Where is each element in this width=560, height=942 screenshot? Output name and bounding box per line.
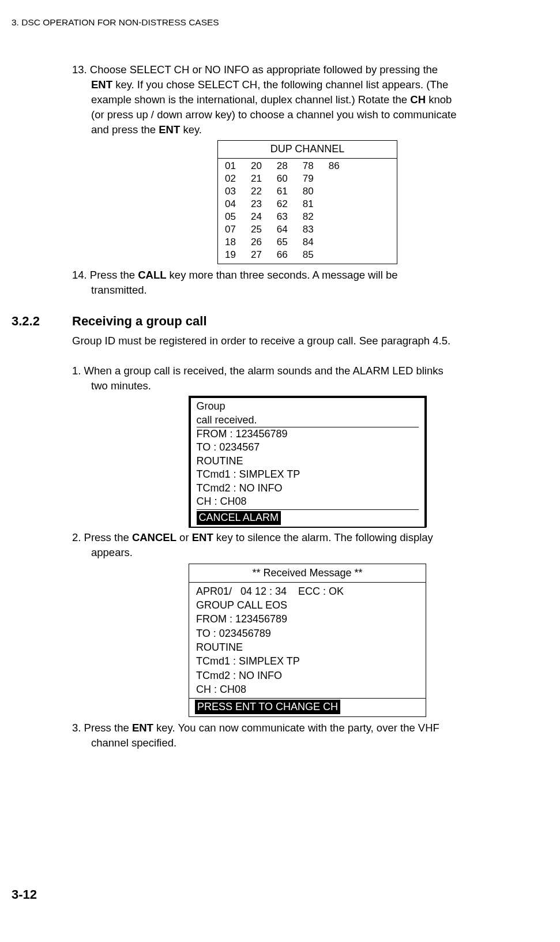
cancel-alarm-button: CANCEL ALARM	[197, 511, 281, 524]
step-number: 3.	[72, 722, 84, 734]
text: key to silence the alarm. The following …	[213, 531, 433, 543]
cell: 63	[277, 211, 288, 223]
cell: 02	[225, 172, 236, 185]
text: transmitted.	[91, 284, 147, 296]
box-line: TCmd1 : SIMPLEX TP	[196, 654, 419, 668]
cell: 20	[251, 160, 262, 172]
cell: 24	[251, 211, 262, 223]
box-line: TCmd2 : NO INFO	[197, 482, 419, 495]
text: key more than three seconds. A message w…	[166, 269, 397, 281]
cell: 26	[251, 236, 262, 249]
cell: 04	[225, 198, 236, 211]
cell: 84	[303, 236, 314, 249]
bold-text: CANCEL	[132, 531, 176, 543]
text: example shown is the international, dupl…	[91, 93, 410, 106]
bold-text: ENT	[192, 531, 213, 543]
cell: 07	[225, 223, 236, 236]
dup-channel-table: DUP CHANNEL 01 02 03 04 05 07 18 19 20 2…	[217, 140, 397, 264]
page-header: 3. DSC OPERATION FOR NON-DISTRESS CASES	[12, 17, 543, 28]
cell: 81	[303, 198, 314, 211]
bold-text: ENT	[159, 123, 180, 136]
received-message-box: ** Received Message ** APR01/ 04 12 : 34…	[189, 564, 426, 718]
cell: 83	[303, 223, 314, 236]
text: Press the	[84, 722, 132, 734]
table-title: DUP CHANNEL	[218, 141, 397, 158]
box-line: GROUP CALL EOS	[196, 598, 419, 612]
box-line: ROUTINE	[197, 455, 419, 468]
cell: 79	[303, 172, 314, 185]
text: or	[176, 531, 192, 543]
cell: 61	[277, 185, 288, 198]
step-2: 2. Press the CANCEL or ENT key to silenc…	[72, 530, 543, 560]
section-intro: Group ID must be registered in order to …	[72, 333, 543, 348]
cell: 01	[225, 160, 236, 172]
box-line: TCmd2 : NO INFO	[196, 669, 419, 682]
cell: 25	[251, 223, 262, 236]
cell: 23	[251, 198, 262, 211]
box-header-line: Group	[197, 400, 419, 413]
box-title: ** Received Message **	[189, 564, 426, 583]
cell: 65	[277, 236, 288, 249]
step-number: 2.	[72, 531, 84, 543]
text: appears.	[91, 546, 133, 558]
box-header-line: call received.	[197, 414, 419, 427]
text: (or press up / down arrow key) to choose…	[91, 108, 456, 121]
box-line: TCmd1 : SIMPLEX TP	[197, 468, 419, 481]
bold-text: CALL	[138, 269, 166, 281]
box-line: ROUTINE	[196, 640, 419, 654]
cell: 62	[277, 198, 288, 211]
cell: 78	[303, 160, 314, 172]
text: When a group call is received, the alarm…	[84, 365, 444, 377]
cell: 19	[225, 249, 236, 261]
bold-text: CH	[410, 93, 426, 106]
text: VHF	[418, 722, 439, 734]
box-line: TO : 023456789	[196, 626, 419, 640]
cell: 85	[303, 249, 314, 261]
text: key.	[180, 123, 202, 136]
cell: 60	[277, 172, 288, 185]
step-13: 13. Choose SELECT CH or NO INFO as appro…	[72, 62, 543, 137]
text: Press the	[90, 269, 138, 281]
bold-text: ENT	[91, 78, 112, 91]
box-line: CH : CH08	[197, 495, 419, 510]
step-14: 14. Press the CALL key more than three s…	[72, 268, 543, 298]
cell: 05	[225, 211, 236, 223]
cell: 18	[225, 236, 236, 249]
cell: 80	[303, 185, 314, 198]
step-number: 13.	[72, 63, 90, 76]
bold-text: ENT	[132, 722, 153, 734]
cell: 03	[225, 185, 236, 198]
cell: 64	[277, 223, 288, 236]
text: channel specified.	[91, 737, 176, 749]
cell: 21	[251, 172, 262, 185]
group-call-received-box: Group call received. FROM : 123456789 TO…	[189, 396, 426, 528]
step-number: 14.	[72, 269, 90, 281]
text: and press the	[91, 123, 159, 136]
cell: 22	[251, 185, 262, 198]
step-1: 1. When a group call is received, the al…	[72, 363, 543, 393]
cell: 66	[277, 249, 288, 261]
page-number: 3-12	[12, 887, 37, 902]
text: Press the	[84, 531, 132, 543]
text: knob	[426, 93, 452, 106]
text: two minutes.	[91, 380, 151, 392]
text: key. If you chose SELECT CH, the followi…	[112, 78, 448, 91]
press-ent-to-change-ch-button: PRESS ENT TO CHANGE CH	[195, 700, 340, 714]
box-line: APR01/ 04 12 : 34 ECC : OK	[196, 584, 419, 598]
cell: 86	[329, 160, 340, 172]
step-number: 1.	[72, 365, 84, 377]
section-number: 3.2.2	[12, 314, 72, 329]
text: key. You can now communicate with the pa…	[153, 722, 418, 734]
box-line: FROM : 123456789	[197, 427, 419, 441]
box-line: TO : 0234567	[197, 441, 419, 454]
cell: 28	[277, 160, 288, 172]
cell: 27	[251, 249, 262, 261]
section-title: Receiving a group call	[72, 314, 207, 329]
text: Choose SELECT CH or NO INFO as appropria…	[90, 63, 438, 76]
cell: 82	[303, 211, 314, 223]
box-line: FROM : 123456789	[196, 612, 419, 626]
box-line: CH : CH08	[196, 682, 419, 696]
step-3: 3. Press the ENT key. You can now commun…	[72, 720, 543, 750]
